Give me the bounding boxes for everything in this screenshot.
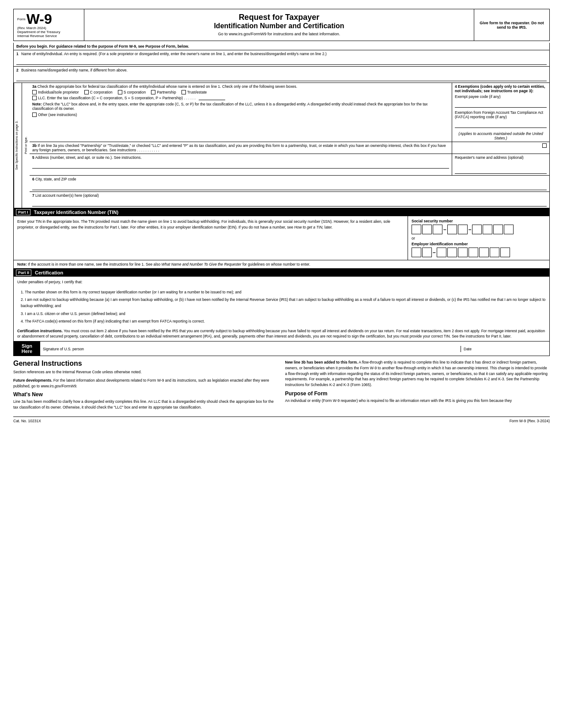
new-3b-bold: New line 3b has been added to this form.	[285, 360, 358, 364]
ssn-cell-1[interactable]	[412, 225, 421, 234]
field-2-number: 2	[16, 68, 19, 72]
ssn-cell-5[interactable]	[458, 225, 468, 234]
purpose-text: An individual or entity (Form W-9 reques…	[285, 398, 550, 404]
field-6-input[interactable]	[32, 182, 547, 190]
cb-ccorp-item[interactable]: C corporation	[84, 90, 113, 94]
ssn-dash-1: –	[443, 226, 446, 233]
cb-scorp-item[interactable]: S corporation	[118, 90, 146, 94]
cb-trust-box[interactable]	[181, 90, 186, 94]
form-body: 1 Name of entity/individual. An entry is…	[13, 50, 550, 208]
tin-text1: Enter your TIN in the appropriate box. T…	[17, 219, 390, 229]
field-2-row: 2 Business name/disregarded entity name,…	[14, 67, 549, 83]
dept-treasury: Department of the Treasury	[17, 30, 80, 34]
cert-item-4: 4. The FATCA code(s) entered on this for…	[21, 319, 546, 325]
field-5-block: 5 Address (number, street, and apt. or s…	[30, 154, 452, 175]
ssn-cell-2[interactable]	[422, 225, 432, 234]
date-field[interactable]: Date	[461, 346, 549, 352]
cb-ccorp-box[interactable]	[84, 90, 89, 94]
cb-scorp-box[interactable]	[118, 90, 122, 94]
cb-trust-item[interactable]: Trust/estate	[181, 90, 207, 94]
cert-item-2: 2. I am not subject to backup withholdin…	[21, 297, 546, 309]
field-7-num: 7	[32, 193, 34, 198]
fatca-label: Exemption from Foreign Account Tax Compl…	[455, 110, 547, 119]
ein-cell-9[interactable]	[500, 248, 510, 257]
cb-trust-label: Trust/estate	[187, 90, 207, 94]
form-title-block: Request for Taxpayer Identification Numb…	[84, 9, 474, 41]
cb-other-item[interactable]: Other (see instructions)	[32, 113, 77, 117]
part2-title: Certification	[35, 270, 63, 275]
ssn-cell-8[interactable]	[493, 225, 503, 234]
ein-cell-6[interactable]	[469, 248, 478, 257]
ssn-label: Social security number	[412, 219, 546, 223]
cert-instructions-text: You must cross out item 2 above if you h…	[17, 329, 545, 339]
signature-field[interactable]: Signature of U.S. person	[40, 346, 461, 352]
field-4-block: 4 Exemptions (codes apply only to certai…	[452, 83, 549, 142]
field-7-input[interactable]	[32, 199, 547, 206]
cb-individual-box[interactable]	[32, 90, 37, 94]
field-1-input[interactable]	[16, 57, 547, 65]
requester-block: Requester's name and address (optional)	[452, 154, 549, 175]
sign-here-label: Sign Here	[14, 341, 40, 356]
exempt-payee-input[interactable]	[455, 100, 547, 108]
form-id-block: Form W-9 (Rev. March 2024) Department of…	[14, 9, 84, 41]
gen-left-col: General Instructions Section references …	[13, 360, 278, 413]
part2-label: Part II	[16, 270, 31, 276]
row-3a-4: 3a Check the appropriate box for federal…	[30, 83, 549, 142]
give-form-notice: Give form to the requester. Do not send …	[474, 9, 549, 41]
part1-label: Part I	[16, 209, 30, 215]
field-2-input[interactable]	[16, 73, 547, 81]
cb-individual-label: Individual/sole proprietor	[38, 90, 79, 94]
ein-cell-1[interactable]	[412, 248, 421, 257]
fatca-input[interactable]	[455, 120, 547, 128]
part1-title: Taxpayer Identification Number (TIN)	[34, 210, 119, 215]
ssn-cell-3[interactable]	[433, 225, 442, 234]
cb-partnership-box[interactable]	[151, 90, 155, 94]
cb-llc-label: LLC. Enter the tax classification (C = C…	[38, 96, 183, 100]
new-3b-para: New line 3b has been added to this form.…	[285, 360, 550, 388]
cb-other-box[interactable]	[32, 113, 37, 117]
irs-label: Internal Revenue Service	[17, 34, 80, 38]
ein-cell-4[interactable]	[447, 248, 457, 257]
llc-type-input[interactable]	[199, 96, 225, 100]
or-text: or	[412, 236, 546, 240]
field-4-label: Exemptions (codes apply only to certain …	[455, 84, 545, 93]
cb-llc-box[interactable]	[32, 96, 37, 100]
date-label: Date	[464, 347, 472, 351]
ssn-dash-2: –	[469, 226, 472, 233]
tin-inner: Enter your TIN in the appropriate box. T…	[14, 216, 549, 260]
field-2-label: Business name/disregarded entity name, i…	[21, 68, 128, 72]
ein-cell-5[interactable]	[458, 248, 468, 257]
note-3a-text: Check the "LLC" box above and, in the en…	[32, 102, 428, 111]
field-1-number: 1	[16, 52, 19, 56]
exempt-payee-label: Exempt payee code (if any)	[455, 94, 547, 99]
sign-label-line1: Sign	[22, 343, 32, 349]
ein-cell-3[interactable]	[437, 248, 446, 257]
ssn-cell-9[interactable]	[504, 225, 514, 234]
fields-3a-7-content: 3a Check the appropriate box for federal…	[30, 83, 549, 208]
cert-section: Under penalties of perjury, I certify th…	[13, 277, 550, 341]
requester-input[interactable]	[455, 161, 547, 174]
cb-individual-item[interactable]: Individual/sole proprietor	[32, 90, 79, 94]
cert-instructions-bold: Certification instructions.	[17, 329, 63, 333]
form-title-1: Request for Taxpayer	[88, 13, 470, 22]
tin-note-text: If the account is in more than one name,…	[28, 262, 160, 266]
ssn-cell-6[interactable]	[472, 225, 482, 234]
requester-label: Requester's name and address (optional)	[455, 155, 524, 160]
ein-cell-8[interactable]	[490, 248, 499, 257]
cb-llc-item[interactable]: LLC. Enter the tax classification (C = C…	[32, 96, 225, 100]
before-begin-text: Before you begin. For guidance related t…	[16, 44, 189, 49]
cb-3b-box[interactable]	[542, 143, 547, 148]
field-5-input[interactable]	[32, 161, 449, 169]
tin-note-text2: for guidelines on whose number to enter.	[242, 262, 310, 266]
ein-cell-2[interactable]	[422, 248, 432, 257]
row-3b: 3b If on line 3a you checked "Partnershi…	[30, 142, 549, 154]
ssn-cell-4[interactable]	[447, 225, 457, 234]
future-link: www.irs.gov/FormW9.	[41, 384, 77, 388]
ssn-cell-7[interactable]	[483, 225, 492, 234]
field-6-row: 6 City, state, and ZIP code	[30, 176, 549, 192]
cb-partnership-item[interactable]: Partnership	[151, 90, 176, 94]
ein-cell-7[interactable]	[479, 248, 489, 257]
field-3b-text: If on line 3a you checked "Partnership" …	[32, 143, 446, 152]
future-bold: Future developments.	[13, 378, 52, 383]
checkbox-row-other: Other (see instructions)	[32, 113, 449, 117]
